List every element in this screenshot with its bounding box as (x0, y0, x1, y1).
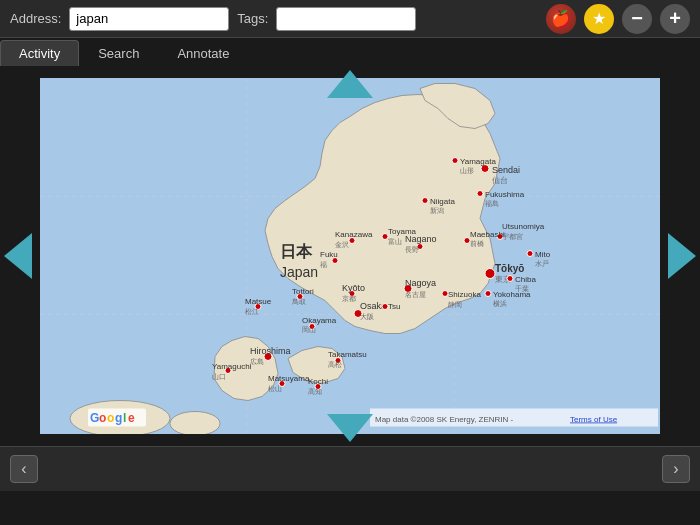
svg-text:静岡: 静岡 (448, 301, 462, 308)
svg-text:福: 福 (320, 261, 327, 268)
svg-text:Mito: Mito (535, 250, 551, 259)
svg-text:名古屋: 名古屋 (405, 291, 426, 298)
svg-text:Kochi: Kochi (308, 377, 328, 386)
tags-input[interactable] (276, 7, 416, 31)
svg-text:松江: 松江 (245, 308, 259, 315)
svg-text:Japan: Japan (280, 264, 318, 280)
svg-point-6 (170, 412, 220, 435)
svg-text:l: l (123, 411, 126, 425)
svg-text:Matsue: Matsue (245, 297, 272, 306)
svg-text:日本: 日本 (280, 243, 313, 260)
svg-text:岡山: 岡山 (302, 326, 316, 333)
svg-text:Hiroshima: Hiroshima (250, 346, 291, 356)
svg-text:福島: 福島 (485, 200, 499, 207)
svg-text:Fuku: Fuku (320, 250, 338, 259)
svg-text:横浜: 横浜 (493, 300, 507, 308)
back-button[interactable]: ‹ (10, 455, 38, 483)
svg-text:Tsu: Tsu (388, 302, 400, 311)
svg-text:山口: 山口 (212, 373, 226, 380)
svg-text:大阪: 大阪 (360, 313, 374, 320)
svg-text:Utsunomiya: Utsunomiya (502, 222, 545, 231)
svg-text:Niigata: Niigata (430, 197, 455, 206)
svg-text:e: e (128, 411, 135, 425)
tabbar: Activity Search Annotate (0, 38, 700, 66)
svg-text:g: g (115, 411, 122, 425)
svg-text:Maebashi: Maebashi (470, 230, 505, 239)
svg-text:松山: 松山 (268, 385, 282, 392)
map-frame[interactable]: Sendai 仙台 Yamagata 山形 Fukushima 福島 Niiga… (40, 78, 660, 434)
svg-point-22 (485, 291, 491, 297)
svg-point-16 (422, 198, 428, 204)
svg-text:千葉: 千葉 (515, 285, 529, 292)
svg-text:Yamagata: Yamagata (460, 157, 496, 166)
svg-text:広島: 広島 (250, 358, 264, 365)
svg-text:鳥取: 鳥取 (291, 298, 306, 305)
svg-text:o: o (99, 411, 106, 425)
tab-annotate[interactable]: Annotate (158, 40, 248, 66)
svg-text:仙台: 仙台 (492, 176, 508, 185)
arrow-right-button[interactable] (668, 233, 696, 279)
address-label: Address: (10, 11, 61, 26)
svg-text:新潟: 新潟 (430, 207, 444, 214)
svg-text:Toyama: Toyama (388, 227, 417, 236)
svg-text:前橋: 前橋 (470, 240, 484, 247)
svg-text:o: o (107, 411, 114, 425)
svg-text:山形: 山形 (460, 167, 474, 175)
svg-point-28 (527, 251, 533, 257)
svg-text:Chiba: Chiba (515, 275, 536, 284)
svg-text:Map data ©2008 SK Energy, ZENR: Map data ©2008 SK Energy, ZENRIN - (375, 415, 514, 424)
svg-text:Shizuoka: Shizuoka (448, 290, 481, 299)
topbar: Address: Tags: 🍎 ★ − + (0, 0, 700, 38)
svg-point-10 (452, 158, 458, 164)
tab-activity[interactable]: Activity (0, 40, 79, 66)
svg-point-13 (477, 191, 483, 197)
svg-text:Tōkyō: Tōkyō (495, 263, 524, 274)
star-button[interactable]: ★ (584, 4, 614, 34)
svg-text:高知: 高知 (308, 388, 322, 395)
map-container: Sendai 仙台 Yamagata 山形 Fukushima 福島 Niiga… (0, 66, 700, 446)
svg-point-7 (481, 165, 489, 173)
svg-text:Fukushima: Fukushima (485, 190, 525, 199)
svg-point-19 (485, 269, 495, 279)
forward-button[interactable]: › (662, 455, 690, 483)
svg-text:水戸: 水戸 (535, 260, 549, 267)
svg-text:Sendai: Sendai (492, 165, 520, 175)
svg-text:Matsuyama: Matsuyama (268, 374, 310, 383)
svg-text:Terms of Use: Terms of Use (570, 415, 618, 424)
svg-text:長野: 長野 (405, 246, 419, 253)
tags-label: Tags: (237, 11, 268, 26)
tab-search[interactable]: Search (79, 40, 158, 66)
svg-text:Tottori: Tottori (292, 287, 314, 296)
apple-icon-button[interactable]: 🍎 (546, 4, 576, 34)
zoom-out-button[interactable]: − (622, 4, 652, 34)
svg-text:金沢: 金沢 (335, 241, 349, 248)
svg-text:G: G (90, 411, 99, 425)
svg-text:富山: 富山 (388, 238, 402, 245)
svg-text:宇都宮: 宇都宮 (502, 233, 523, 240)
svg-point-25 (507, 276, 513, 282)
svg-text:高松: 高松 (328, 361, 342, 368)
bottombar: ‹ › (0, 446, 700, 491)
svg-text:京都: 京都 (342, 295, 356, 302)
address-input[interactable] (69, 7, 229, 31)
map-svg: Sendai 仙台 Yamagata 山形 Fukushima 福島 Niiga… (40, 78, 660, 434)
svg-text:Takamatsu: Takamatsu (328, 350, 367, 359)
svg-text:Okayama: Okayama (302, 316, 337, 325)
svg-text:Yamaguchi: Yamaguchi (212, 362, 252, 371)
svg-text:Kanazawa: Kanazawa (335, 230, 373, 239)
svg-text:Kyōto: Kyōto (342, 283, 365, 293)
zoom-in-button[interactable]: + (660, 4, 690, 34)
arrow-left-button[interactable] (4, 233, 32, 279)
svg-text:Nagoya: Nagoya (405, 278, 436, 288)
